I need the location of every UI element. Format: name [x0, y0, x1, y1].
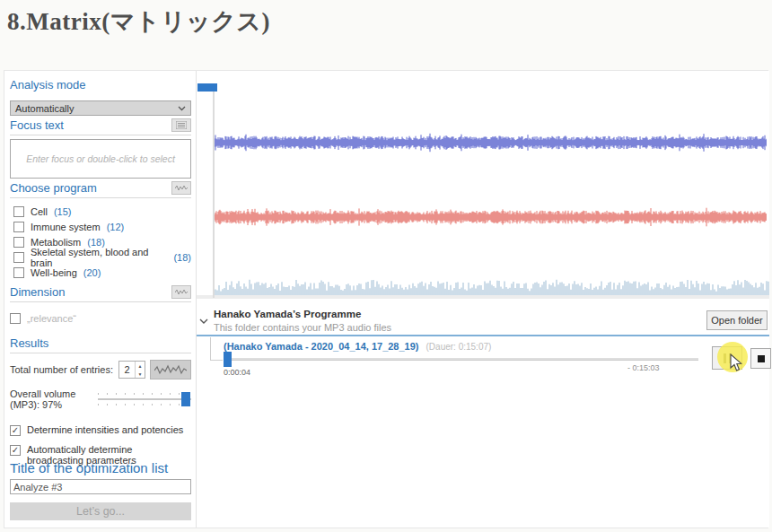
- entries-spinner[interactable]: 2 ▲ ▼: [118, 361, 145, 379]
- elapsed-time: 0:00:04: [224, 368, 250, 377]
- entries-label: Total number of entries:: [10, 364, 114, 375]
- volume-label: Overall volume (MP3): 97%: [10, 388, 94, 410]
- program-waveform-button[interactable]: [171, 181, 191, 195]
- volume-slider-handle[interactable]: [181, 392, 190, 406]
- folder-title: Hanako Yamada’s Programme: [214, 309, 361, 319]
- waveform-blue: [214, 132, 767, 153]
- checkbox[interactable]: [10, 313, 21, 324]
- focus-text-heading: Focus text: [10, 118, 64, 132]
- scrub-handle[interactable]: [197, 83, 217, 92]
- dimension-waveform-button[interactable]: [171, 285, 191, 299]
- optimization-list-heading: Title of the optimization list: [10, 460, 191, 475]
- analysis-mode-value: Automatically: [15, 103, 74, 114]
- waveform-panel: Hanako Yamada’s Programme This folder co…: [197, 71, 769, 528]
- seek-bar[interactable]: [224, 358, 698, 361]
- program-item-cell[interactable]: Cell (15): [13, 204, 191, 219]
- focus-list-button[interactable]: [171, 118, 191, 132]
- page-title: 8.Matrix(マトリックス): [7, 5, 270, 38]
- checkbox[interactable]: [13, 267, 24, 278]
- pause-button[interactable]: [712, 346, 742, 370]
- checkbox[interactable]: [13, 237, 24, 248]
- waveform-baseline: [197, 295, 769, 299]
- relevance-option[interactable]: „relevance“: [10, 310, 191, 326]
- open-folder-button[interactable]: Open folder: [706, 310, 768, 330]
- collapse-chevron-icon[interactable]: [199, 311, 208, 327]
- volume-slider[interactable]: [98, 389, 191, 409]
- focus-text-input[interactable]: Enter focus or double-click to select: [10, 139, 191, 179]
- choose-program-heading: Choose program: [10, 181, 97, 195]
- app-window: Analysis mode Automatically Focus text: [4, 70, 768, 528]
- settings-sidebar: Analysis mode Automatically Focus text: [4, 71, 197, 528]
- checkbox[interactable]: [10, 445, 21, 456]
- remaining-time: - 0:15:03: [627, 363, 660, 372]
- optimization-title-input[interactable]: [10, 479, 191, 494]
- analysis-mode-select[interactable]: Automatically: [10, 100, 191, 116]
- checkbox[interactable]: [13, 222, 24, 232]
- program-item-immune-system[interactable]: Immune system (12): [13, 219, 191, 234]
- checkbox[interactable]: [10, 425, 21, 436]
- focus-placeholder: Enter focus or double-click to select: [26, 153, 175, 164]
- stop-button[interactable]: [750, 348, 771, 369]
- waveform-bars: [214, 275, 769, 297]
- pause-icon: [724, 353, 726, 363]
- waveform-icon: [175, 184, 188, 192]
- checkbox[interactable]: [13, 206, 24, 217]
- spinner-up-button[interactable]: ▲: [136, 362, 145, 370]
- divider: [197, 335, 769, 336]
- seek-handle[interactable]: [224, 352, 232, 367]
- track-title[interactable]: (Hanako Yamada - 2020_04_14, 17_28_19)(D…: [224, 341, 491, 352]
- results-heading: Results: [10, 336, 48, 350]
- list-icon: [176, 121, 187, 129]
- lets-go-button[interactable]: Let’s go...: [10, 502, 191, 520]
- chevron-down-icon: [178, 106, 186, 111]
- results-waveform-button[interactable]: [150, 360, 191, 379]
- checkbox[interactable]: [13, 252, 24, 263]
- analysis-mode-heading: Analysis mode: [10, 78, 191, 94]
- waveform-icon: [154, 363, 187, 376]
- program-item-skeletal[interactable]: Skeletal system, blood and brain (18): [13, 249, 191, 265]
- playhead-line: [213, 85, 215, 298]
- waveform-icon: [175, 288, 188, 296]
- dimension-heading: Dimension: [10, 285, 65, 299]
- waveform-red: [214, 206, 767, 228]
- stop-icon: [758, 355, 765, 362]
- intensities-option[interactable]: Determine intensities and potencies: [10, 424, 191, 436]
- track-duration: (Dauer: 0:15:07): [426, 342, 492, 352]
- folder-subtitle: This folder contains your MP3 audio file…: [214, 322, 391, 333]
- spinner-down-button[interactable]: ▼: [136, 370, 145, 378]
